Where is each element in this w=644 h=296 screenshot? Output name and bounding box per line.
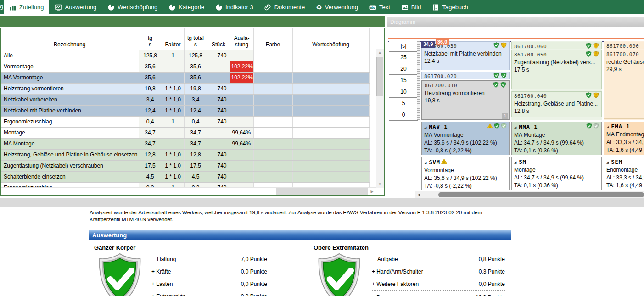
process-block-861700-060[interactable]: 861700.060 bbox=[511, 42, 602, 49]
table-row-heizstrang-gebl-se-und-platine-in-geh-use-einsetzen[interactable]: Heizstrang, Gebläse und Platine in Gehäu… bbox=[1, 150, 369, 161]
cell-tg_total: 125,8 bbox=[184, 50, 207, 61]
process-block-861700-090[interactable]: 861700.090 bbox=[604, 42, 644, 49]
cell-faktor: 1 * 1,0 bbox=[162, 95, 184, 106]
column-header-tg: tgs bbox=[139, 28, 162, 50]
cell-stueck: 740 bbox=[207, 106, 230, 117]
cell-auslastung bbox=[230, 117, 253, 128]
cell-auslastung bbox=[230, 150, 253, 161]
bar-chart-icon bbox=[9, 4, 17, 11]
column-header-wertsch-pfung: Wertschöpfung bbox=[292, 28, 369, 50]
cell-tg_total: 35,6 bbox=[184, 61, 207, 73]
work-steps-table: BezeichnungtgsFaktortg totalsStückAusla-… bbox=[1, 28, 370, 194]
resource-block-mma-1[interactable]: ◢MMA 1MA MontageAL: 34,7 s / 34,9 s (99,… bbox=[511, 122, 602, 155]
cell-farbe bbox=[253, 172, 292, 183]
table-row-schalterblende-einsetzen[interactable]: Schalterblende einsetzen4,51 * 1,04,5740 bbox=[1, 172, 369, 183]
tab-kategorie[interactable]: Kategorie bbox=[163, 0, 210, 14]
collapse-triangle-icon[interactable]: ◢ bbox=[514, 123, 516, 131]
collapse-triangle-icon[interactable]: ◢ bbox=[606, 158, 609, 166]
process-block-861700-070[interactable]: 861700.070rechte Gehäuse29,9 s bbox=[604, 50, 644, 119]
table-row-netzkabel-vorbereiten[interactable]: Netzkabel vorbereiten3,41 * 1,03,4740 bbox=[1, 95, 369, 106]
shield-check-large-icon bbox=[312, 252, 366, 296]
tab-wertsch-pfung[interactable]: Wertschöpfung bbox=[102, 0, 163, 14]
station-block-svm[interactable]: ◢SVMVormontageAL: 35,6 s / 34,9 s (102,2… bbox=[421, 157, 510, 190]
cell-tg: 19,8 bbox=[139, 84, 162, 95]
process-block-861700-020[interactable]: 861700.020 bbox=[421, 72, 510, 79]
eval-row-hand-arm-schulter: + Hand/Arm/Schulter0,3 Punkte bbox=[372, 265, 505, 278]
table-header: BezeichnungtgsFaktortg totalsStückAusla-… bbox=[1, 28, 369, 50]
scrollbar-thumb[interactable] bbox=[276, 188, 375, 195]
tab-label: Verwendung bbox=[325, 4, 358, 11]
diagram-horizontal-scrollbar[interactable]: ◀ bbox=[415, 191, 644, 198]
shield-gray-icon bbox=[593, 123, 599, 131]
station-block-sm[interactable]: ◢SMMontageAL: 34,7 s / 34,9 s (99,64 %)T… bbox=[511, 157, 602, 190]
cell-wert bbox=[292, 106, 369, 117]
scroll-left-icon[interactable]: ◀ bbox=[415, 193, 422, 197]
recycle-icon: ♻ bbox=[316, 4, 322, 11]
tab-auswertung[interactable]: Auswertung bbox=[49, 0, 102, 14]
scroll-right-icon[interactable]: ▶ bbox=[368, 188, 376, 195]
process-block-861700-010[interactable]: 861700.010Heizstrang vormontieren19,8 s1 bbox=[421, 80, 510, 120]
process-block-861700-040[interactable]: 861700.040Heizstrang, Gebläse und Platin… bbox=[511, 91, 602, 117]
ribbon-strip bbox=[0, 16, 385, 27]
tab-label: Text bbox=[379, 4, 390, 11]
table-row-ma-vormontage[interactable]: MA Vormontage35,635,6102,22% bbox=[1, 73, 369, 84]
cell-auslastung bbox=[230, 84, 253, 95]
eval-row-aufgabe: Aufgabe0,8 Punkte bbox=[372, 253, 505, 265]
cell-tg: 3,4 bbox=[139, 95, 162, 106]
table-row-zugentlastung-netzkabel-verschrauben[interactable]: Zugentlastung (Netzkabel) verschrauben17… bbox=[1, 161, 369, 172]
table-row-montage[interactable]: Montage34,734,799,64% bbox=[1, 128, 369, 139]
tab-dokumente[interactable]: Dokumente bbox=[259, 0, 310, 14]
column-header-faktor: Faktor bbox=[162, 28, 184, 50]
collapse-triangle-icon[interactable]: ◢ bbox=[514, 158, 516, 166]
table-row-alle[interactable]: Alle125,81125,8740 bbox=[1, 50, 369, 61]
warning-icon bbox=[441, 158, 447, 167]
shield-check-large-icon bbox=[93, 252, 147, 296]
image-icon bbox=[401, 4, 409, 11]
cell-auslastung: 102,22% bbox=[230, 73, 253, 84]
scroll-down-icon[interactable]: ▼ bbox=[376, 180, 384, 188]
scrollbar-thumb[interactable] bbox=[438, 192, 644, 197]
scrollbar-thumb[interactable] bbox=[376, 57, 383, 96]
collapse-triangle-icon[interactable]: ◢ bbox=[606, 123, 609, 131]
table-row-ergonomiezuschlag[interactable]: Ergonomiezuschlag0,410,4740 bbox=[1, 117, 369, 128]
cell-faktor bbox=[162, 128, 184, 139]
cell-auslastung: 99,64% bbox=[230, 128, 253, 139]
tab-tagebuch[interactable]: Tagebuch bbox=[426, 0, 473, 14]
cell-wert bbox=[292, 150, 369, 161]
block-count-badge: 1 bbox=[502, 113, 508, 119]
tab-indikator-3[interactable]: Indikator 3 bbox=[210, 0, 259, 14]
station-block-sem[interactable]: ◢SEMEndmontageAL: 33,3 s / 34,9 sTA: 1,6… bbox=[604, 157, 644, 190]
cell-bezeichnung: Montage bbox=[1, 128, 139, 139]
table-vertical-scrollbar[interactable]: ▲ ▼ bbox=[376, 49, 384, 188]
eval-row-lasten: + Lasten0,0 Punkte bbox=[151, 278, 267, 290]
table-row-ma-montage[interactable]: MA Montage34,734,799,64% bbox=[1, 139, 369, 150]
cell-farbe bbox=[253, 61, 292, 73]
resource-block-ema-1[interactable]: ◢EMA 1MA EndmontageAL: 33,3 s / 34,9 sTA… bbox=[604, 122, 644, 155]
process-block-861700-050[interactable]: 861700.050Zugentlastung (Netzkabel) vers… bbox=[511, 50, 602, 89]
cell-farbe bbox=[253, 73, 292, 84]
cell-wert bbox=[292, 117, 369, 128]
cell-stueck: 740 bbox=[207, 150, 230, 161]
tab-text[interactable]: abcText bbox=[364, 0, 396, 14]
tab-zuteilung[interactable]: Zuteilung bbox=[4, 0, 49, 14]
collapse-triangle-icon[interactable]: ◢ bbox=[424, 159, 426, 167]
cell-faktor: 1 * 1,0 bbox=[162, 106, 184, 117]
tab-bild[interactable]: Bild bbox=[396, 0, 427, 14]
diagram-panel-title: Diagramm bbox=[387, 17, 644, 27]
cell-auslastung: 102,22% bbox=[230, 61, 253, 73]
table-horizontal-scrollbar[interactable]: ▶ bbox=[1, 187, 376, 195]
shield-green-icon bbox=[493, 73, 499, 79]
eval-row-weitere-faktoren: + Weitere Faktoren0,0 Punkte bbox=[372, 278, 505, 290]
cell-wert bbox=[292, 73, 369, 84]
table-row-vormontage[interactable]: Vormontage35,635,6102,22% bbox=[1, 61, 369, 73]
table-row-netzkabel-mit-platine-verbinden[interactable]: Netzkabel mit Platine verbinden12,41 * 1… bbox=[1, 106, 369, 117]
tab-verwendung[interactable]: ♻Verwendung bbox=[310, 0, 364, 14]
scroll-up-icon[interactable]: ▲ bbox=[376, 49, 384, 56]
collapse-triangle-icon[interactable]: ◢ bbox=[424, 123, 426, 131]
takt-badge-360: 36,0 bbox=[436, 39, 449, 45]
cell-tg: 12,8 bbox=[139, 150, 162, 161]
table-row-heizstrang-vormontieren[interactable]: Heizstrang vormontieren19,81 * 1,019,874… bbox=[1, 84, 369, 95]
cell-faktor: 1 * 1,0 bbox=[162, 161, 184, 172]
resource-block-mav-1[interactable]: ◢MAV 1MA VormontageAL: 35,6 s / 34,9 s (… bbox=[421, 122, 510, 155]
cell-faktor bbox=[162, 61, 184, 73]
